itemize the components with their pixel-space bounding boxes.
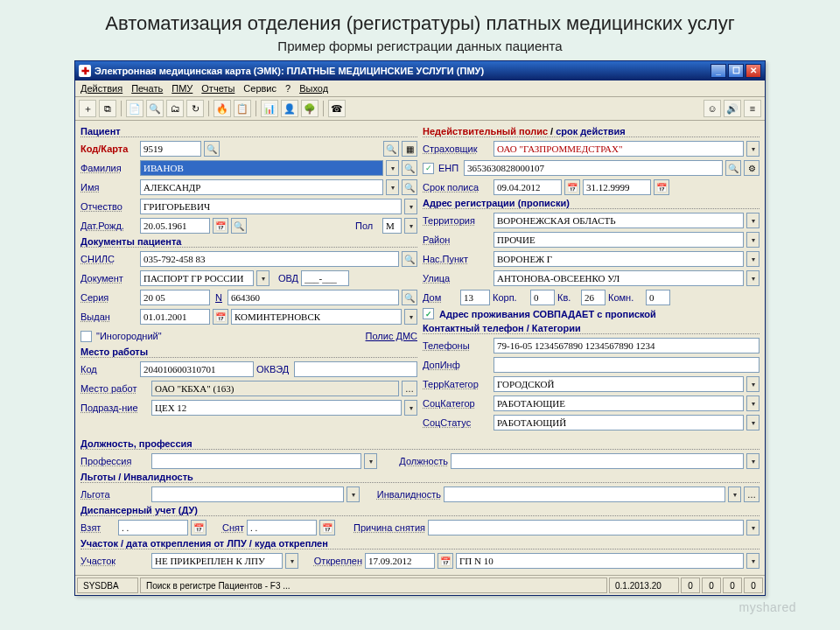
menu-exit[interactable]: Выход xyxy=(299,83,328,94)
tool-10[interactable]: 👤 xyxy=(281,100,298,117)
taken-cal[interactable]: 📅 xyxy=(191,520,206,536)
birthdate-cal[interactable]: 📅 xyxy=(213,218,228,234)
street-input[interactable] xyxy=(494,270,744,286)
issued-cal[interactable]: 📅 xyxy=(213,309,228,325)
socstat-dd[interactable] xyxy=(746,415,760,430)
address-match-check[interactable]: ✓ xyxy=(423,308,434,319)
sex-dd[interactable] xyxy=(404,218,417,234)
snils-input[interactable] xyxy=(140,251,399,267)
menu-help[interactable]: ? xyxy=(285,83,290,94)
prof-dd[interactable] xyxy=(364,453,377,469)
docnum-btn[interactable]: 🔍 xyxy=(402,290,417,305)
tool-15[interactable]: ≡ xyxy=(744,100,761,117)
tool-2[interactable]: ⧉ xyxy=(99,100,116,117)
term-to-cal[interactable]: 📅 xyxy=(654,179,669,195)
socstat-input[interactable] xyxy=(494,415,744,430)
uchastok-input[interactable] xyxy=(151,553,283,569)
insurer-input[interactable] xyxy=(494,141,744,157)
enp-check[interactable]: ✓ xyxy=(423,163,434,174)
raion-input[interactable] xyxy=(494,232,744,248)
qr-btn[interactable]: ▦ xyxy=(402,141,417,157)
sockat-dd[interactable] xyxy=(746,396,760,411)
pos-input[interactable] xyxy=(451,453,744,469)
city-dd[interactable] xyxy=(746,251,760,267)
menu-pmu[interactable]: ПМУ xyxy=(172,83,192,94)
tool-5[interactable]: 🗂 xyxy=(166,100,184,117)
removed-input[interactable] xyxy=(247,520,317,536)
taken-input[interactable] xyxy=(118,520,188,536)
raion-dd[interactable] xyxy=(746,232,760,248)
inv-input[interactable] xyxy=(444,486,725,502)
pos-dd[interactable] xyxy=(746,453,760,469)
series-input[interactable] xyxy=(140,290,210,305)
menu-service[interactable]: Сервис xyxy=(243,83,276,94)
tool-11[interactable]: 🌳 xyxy=(301,100,318,117)
tool-4[interactable]: 🔍 xyxy=(146,100,164,117)
issued-date-input[interactable] xyxy=(140,309,210,325)
ovd-input[interactable] xyxy=(301,270,349,286)
phone-input[interactable] xyxy=(494,338,760,354)
terrkat-dd[interactable] xyxy=(746,376,760,392)
name-input[interactable] xyxy=(140,179,383,195)
unit-input[interactable] xyxy=(151,400,402,416)
name-dd[interactable] xyxy=(386,179,399,195)
terrkat-input[interactable] xyxy=(494,376,744,392)
enp-btn2[interactable]: ⚙ xyxy=(744,160,760,176)
workplace-input[interactable] xyxy=(151,381,399,396)
birthdate-btn[interactable]: 🔍 xyxy=(231,218,247,234)
inogorodniy-check[interactable] xyxy=(80,331,92,342)
otkrep-dd[interactable] xyxy=(746,553,760,569)
tool-9[interactable]: 📊 xyxy=(261,100,278,117)
work-kod-input[interactable] xyxy=(140,361,254,377)
doc-dd[interactable] xyxy=(256,270,270,286)
tool-7[interactable]: 🔥 xyxy=(214,100,231,117)
territory-dd[interactable] xyxy=(746,213,760,228)
snils-btn[interactable]: 🔍 xyxy=(402,251,417,267)
doc-input[interactable] xyxy=(140,270,254,286)
issued-by-input[interactable] xyxy=(231,309,402,325)
tool-6[interactable]: ↻ xyxy=(186,100,204,117)
patronymic-input[interactable] xyxy=(140,199,402,214)
tool-13[interactable]: ☺ xyxy=(704,100,721,117)
minimize-button[interactable]: _ xyxy=(710,64,726,78)
dopinf-input[interactable] xyxy=(494,357,760,373)
enp-btn1[interactable]: 🔍 xyxy=(725,160,741,176)
korp-input[interactable] xyxy=(530,290,555,305)
kod-search-btn[interactable]: 🔍 xyxy=(204,141,220,157)
sockat-input[interactable] xyxy=(494,396,744,411)
kod-btn2[interactable]: 🔍 xyxy=(383,141,399,157)
polis-dms-link[interactable]: Полис ДМС xyxy=(366,331,417,341)
workplace-btn[interactable]: … xyxy=(402,381,417,396)
surname-input[interactable] xyxy=(140,160,383,176)
inv-btn[interactable]: … xyxy=(744,486,760,502)
lgota-input[interactable] xyxy=(151,486,344,502)
otkrep-where-input[interactable] xyxy=(456,553,744,569)
unit-dd[interactable] xyxy=(404,400,417,416)
house-input[interactable] xyxy=(460,290,490,305)
docnum-input[interactable] xyxy=(228,290,399,305)
territory-input[interactable] xyxy=(494,213,744,228)
tool-8[interactable]: 📋 xyxy=(234,100,251,117)
issued-dd[interactable] xyxy=(404,309,417,325)
patr-dd[interactable] xyxy=(404,199,417,214)
tool-12[interactable]: ☎ xyxy=(328,100,346,117)
menu-print[interactable]: Печать xyxy=(131,83,163,94)
uch-dd[interactable] xyxy=(285,553,298,569)
otkrep-cal[interactable]: 📅 xyxy=(438,553,453,569)
insurer-dd[interactable] xyxy=(746,141,760,157)
street-dd[interactable] xyxy=(746,270,760,286)
kv-input[interactable] xyxy=(581,290,606,305)
city-input[interactable] xyxy=(494,251,744,267)
tool-14[interactable]: 🔊 xyxy=(724,100,741,117)
name-btn[interactable]: 🔍 xyxy=(402,179,417,195)
surname-btn[interactable]: 🔍 xyxy=(402,160,417,176)
kod-karta-input[interactable] xyxy=(140,141,201,157)
otkrep-date-input[interactable] xyxy=(365,553,435,569)
tool-3[interactable]: 📄 xyxy=(126,100,144,117)
tool-1[interactable]: ＋ xyxy=(79,100,96,117)
inv-dd[interactable] xyxy=(728,486,741,502)
term-to-input[interactable] xyxy=(583,179,651,195)
prof-input[interactable] xyxy=(151,453,361,469)
okved-input[interactable] xyxy=(294,361,417,377)
enp-input[interactable] xyxy=(464,160,723,176)
